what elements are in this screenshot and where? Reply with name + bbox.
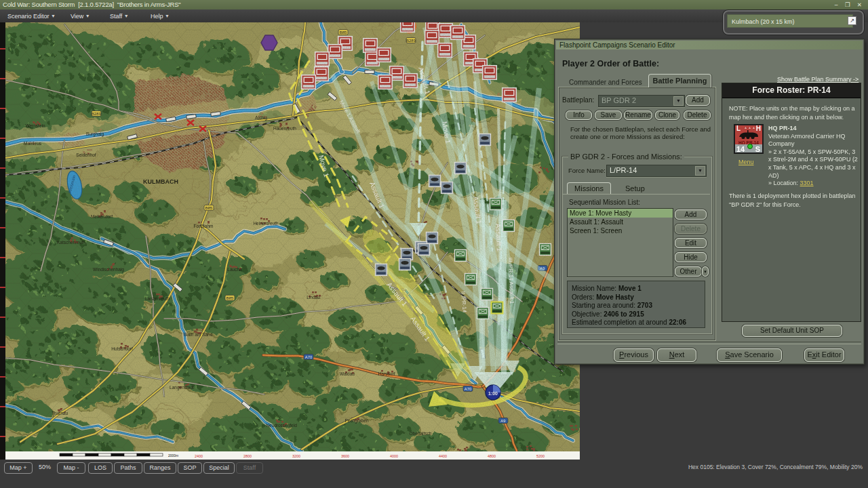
- svg-text:3200: 3200: [292, 454, 300, 458]
- svg-text:4800: 4800: [488, 454, 496, 458]
- svg-text:2000m: 2000m: [168, 453, 178, 458]
- svg-text:4000: 4000: [390, 454, 398, 458]
- svg-text:3600: 3600: [341, 454, 349, 458]
- svg-text:2800: 2800: [243, 454, 252, 458]
- svg-text:4400: 4400: [439, 454, 447, 458]
- svg-text:5200: 5200: [536, 454, 545, 458]
- svg-text:2400: 2400: [195, 454, 203, 458]
